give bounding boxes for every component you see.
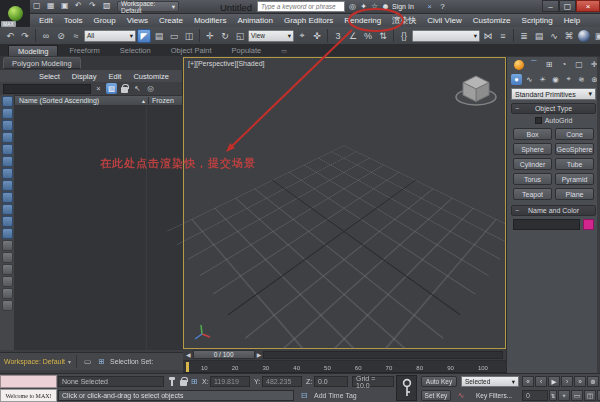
column-chooser-icon[interactable] (2, 252, 13, 263)
chevron-down-icon[interactable]: ▾ (68, 358, 71, 365)
display-helpers-icon[interactable] (2, 144, 13, 155)
unlink-selection-icon[interactable]: ⊘ (54, 29, 68, 43)
object-type-rollout[interactable]: − Object Type (511, 103, 596, 114)
name-color-rollout[interactable]: − Name and Color (511, 205, 596, 216)
current-frame-marker[interactable] (186, 362, 189, 372)
explorer-menu-select[interactable]: Select (34, 72, 65, 81)
display-bones-icon[interactable] (2, 192, 13, 203)
find-icon[interactable]: ▧ (106, 83, 117, 94)
save-file-icon[interactable]: ▣ (61, 1, 73, 13)
redo-small-icon[interactable]: ↷ (89, 1, 101, 13)
prev-frame-icon[interactable]: ◀ (186, 351, 191, 358)
space-warps-icon[interactable]: ≋ (576, 74, 587, 85)
explorer-menu-customize[interactable]: Customize (128, 72, 173, 81)
menu-modifiers[interactable]: Modifiers (189, 14, 231, 27)
ribbon-config-icon[interactable]: ▭ (272, 45, 296, 56)
ribbon-toggle-icon[interactable]: ▤ (532, 29, 546, 43)
tube-button[interactable]: Tube (555, 158, 594, 170)
workspace-selector[interactable]: Workspace: Default (4, 358, 65, 365)
menu-customize[interactable]: Customize (468, 14, 516, 27)
sphere-button[interactable]: Sphere (513, 143, 552, 155)
spinner-snap-icon[interactable]: ⇅ (376, 29, 390, 43)
column-frozen[interactable]: Frozen (148, 97, 182, 104)
previous-key-icon[interactable]: ‹ (535, 376, 547, 387)
search-icon[interactable]: ◎ (347, 1, 358, 12)
open-file-icon[interactable]: ▦ (47, 1, 59, 13)
time-slider-knob[interactable]: 0 / 100 (193, 350, 255, 359)
undo-icon[interactable]: ↶ (3, 29, 17, 43)
display-shapes-icon[interactable] (2, 108, 13, 119)
motion-tab[interactable]: ◔ (558, 59, 570, 71)
pick-parent-icon[interactable] (2, 288, 13, 299)
next-frame-icon[interactable]: ▶ (257, 351, 262, 358)
next-key-icon[interactable]: › (561, 376, 573, 387)
select-and-move-icon[interactable]: ✛ (203, 29, 217, 43)
favorites-star-icon[interactable]: ☆ (369, 1, 380, 12)
display-lights-icon[interactable] (2, 120, 13, 131)
track-bar[interactable]: 10 20 30 40 50 60 70 80 90 100 (183, 361, 506, 373)
view-cube[interactable] (453, 70, 499, 112)
select-and-link-icon[interactable]: ∞ (39, 29, 53, 43)
menu-create[interactable]: Create (154, 14, 188, 27)
layer-manager-icon[interactable]: ≣ (517, 29, 531, 43)
select-object-icon[interactable]: ◤ (137, 29, 151, 43)
frame-spinner[interactable]: ⇅ (549, 390, 557, 401)
explorer-object-list[interactable] (14, 106, 183, 350)
display-cameras-icon[interactable] (2, 132, 13, 143)
auto-key-button[interactable]: Auto Key (421, 376, 457, 387)
maxscript-mini-listener[interactable] (0, 375, 57, 388)
cameras-icon[interactable]: ◉ (550, 74, 561, 85)
pyramid-button[interactable]: Pyramid (555, 173, 594, 185)
cylinder-button[interactable]: Cylinder (513, 158, 552, 170)
helpers-icon[interactable]: ⌖ (563, 74, 574, 85)
help-icon[interactable]: ? (437, 1, 448, 12)
torus-button[interactable]: Torus (513, 173, 552, 185)
transform-type-in-icon[interactable]: ⊞ (188, 376, 200, 387)
tab-freeform[interactable]: Freeform (60, 45, 108, 56)
app-logo[interactable]: MAX (0, 0, 30, 27)
display-hidden-icon[interactable] (2, 228, 13, 239)
menu-xuanrankuai[interactable]: 渲染快 (387, 14, 421, 27)
workspace-dropdown[interactable]: Workspace: Default ▾ (117, 1, 179, 12)
sign-in-link[interactable]: Sign In (392, 3, 414, 10)
subscription-icon[interactable]: ✦ (358, 1, 369, 12)
time-tag-icon[interactable]: ⊟ (298, 390, 310, 401)
curve-editor-icon[interactable]: ∿ (547, 29, 561, 43)
menu-rendering[interactable]: Rendering (339, 14, 386, 27)
align-icon[interactable]: ≡ (496, 29, 510, 43)
primitive-category-dropdown[interactable]: Standard Primitives ▾ (511, 88, 596, 100)
lights-icon[interactable]: ☀ (537, 74, 548, 85)
redo-icon[interactable]: ↷ (18, 29, 32, 43)
menu-help[interactable]: Help (559, 14, 585, 27)
named-sets-dropdown[interactable]: ▾ (412, 30, 480, 42)
explorer-search-input[interactable] (3, 84, 91, 94)
explorer-settings-icon[interactable] (2, 300, 13, 311)
isolate-toggle-icon[interactable]: ▭ (82, 356, 93, 367)
geometry-icon[interactable]: ● (511, 74, 522, 85)
menu-scripting[interactable]: Scripting (517, 14, 558, 27)
autogrid-checkbox[interactable] (535, 117, 542, 124)
tab-populate[interactable]: Populate (223, 45, 271, 56)
display-spacewarps-icon[interactable] (2, 156, 13, 167)
new-key-curve-icon[interactable]: ∿ (455, 390, 467, 401)
explorer-menu-display[interactable]: Display (67, 72, 102, 81)
menu-animation[interactable]: Animation (232, 14, 278, 27)
menu-graph-editors[interactable]: Graph Editors (279, 14, 338, 27)
x-coordinate-field[interactable]: 119.819 (210, 376, 250, 387)
percent-snap-icon[interactable]: % (361, 29, 375, 43)
column-name[interactable]: Name (Sorted Ascending) (15, 97, 141, 104)
viewport-label[interactable]: [+][Perspective][Shaded] (188, 60, 264, 67)
plane-button[interactable]: Plane (555, 188, 594, 200)
project-folder-icon[interactable]: ▧ (103, 1, 115, 13)
perspective-viewport[interactable]: [+][Perspective][Shaded] (183, 57, 506, 349)
mirror-icon[interactable]: ⋈ (481, 29, 495, 43)
menu-civil-view[interactable]: Civil View (422, 14, 467, 27)
zoom-icon[interactable]: ⌖ (558, 390, 570, 401)
play-icon[interactable]: ▶ (548, 376, 560, 387)
goto-start-icon[interactable]: « (522, 376, 534, 387)
set-keys-button[interactable] (396, 375, 417, 401)
undo-small-icon[interactable]: ↶ (75, 1, 87, 13)
angle-snap-icon[interactable]: ∠ (346, 29, 360, 43)
y-coordinate-field[interactable]: 482.235 (262, 376, 302, 387)
set-key-button[interactable]: Set Key (421, 390, 451, 401)
